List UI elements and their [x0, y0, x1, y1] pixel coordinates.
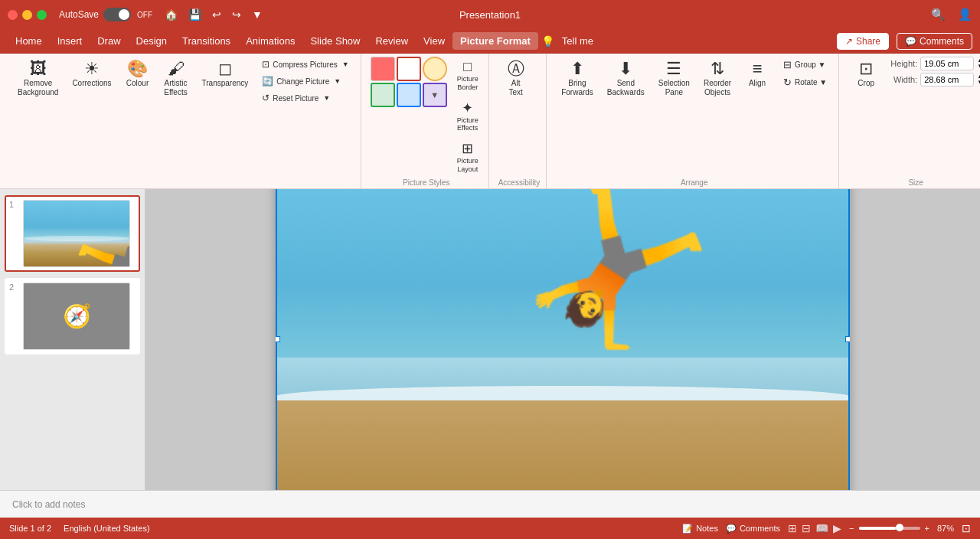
reorder-icon: ⇅: [710, 60, 724, 77]
selection-pane-button[interactable]: ☰ SelectionPane: [653, 57, 695, 101]
width-input[interactable]: [920, 73, 974, 87]
zoom-in-icon[interactable]: +: [925, 524, 929, 533]
bring-fwd-label: BringForwards: [561, 79, 593, 97]
effects-icon: ✦: [462, 101, 473, 115]
account-icon[interactable]: 👤: [958, 8, 972, 21]
notes-button[interactable]: 📝 Notes: [682, 524, 718, 534]
share-button[interactable]: ↗ Share: [837, 33, 889, 50]
more-icon[interactable]: ▼: [252, 8, 263, 21]
picture-effects-button[interactable]: ✦ PictureEffects: [453, 98, 482, 136]
slideshow-icon[interactable]: ▶: [833, 522, 841, 534]
person-jumping: 🤸: [523, 189, 714, 341]
slide-thumb-1[interactable]: 1 🤸: [5, 195, 140, 272]
group-button[interactable]: ⊟ Group ▼: [778, 57, 832, 73]
zoom-slider[interactable]: − +: [849, 524, 929, 533]
fit-to-window-icon[interactable]: ⊡: [962, 522, 971, 534]
artistic-effects-button[interactable]: 🖌 ArtisticEffects: [158, 57, 194, 101]
menu-insert[interactable]: Insert: [50, 32, 90, 50]
menu-picture-format[interactable]: Picture Format: [452, 32, 538, 50]
slide-preview-1: 🤸: [23, 200, 130, 267]
slide-number-1: 1: [9, 200, 18, 209]
picture-border-button[interactable]: □ PictureBorder: [453, 57, 482, 95]
corrections-label: Corrections: [72, 79, 111, 88]
arrange-extra-col: ⊟ Group ▼ ↻ Rotate ▼: [778, 57, 832, 90]
zoom-out-icon[interactable]: −: [849, 524, 854, 533]
autosave-toggle[interactable]: [103, 8, 131, 21]
autosave-area: AutoSave OFF: [59, 8, 152, 21]
colour-button[interactable]: 🎨 Colour: [120, 57, 155, 92]
style-5[interactable]: [397, 83, 421, 107]
menu-design[interactable]: Design: [129, 32, 175, 50]
menu-review[interactable]: Review: [368, 32, 416, 50]
share-icon: ↗: [845, 36, 853, 47]
rotate-button[interactable]: ↻ Rotate ▼: [778, 74, 832, 90]
compress-dropdown-icon: ▼: [342, 60, 349, 68]
statusbar: Slide 1 of 2 English (United States) 📝 N…: [0, 518, 980, 539]
slide-canvas[interactable]: 🤸: [276, 189, 850, 490]
undo-icon[interactable]: ↩: [212, 8, 221, 21]
notes-bar[interactable]: Click to add notes: [0, 490, 980, 518]
menu-animations[interactable]: Animations: [238, 32, 302, 50]
alt-text-label: AltText: [509, 79, 523, 97]
change-pic-icon: 🔄: [262, 76, 273, 87]
lightbulb-icon: 💡: [541, 35, 554, 47]
picture-layout-button[interactable]: ⊞ PictureLayout: [453, 139, 482, 177]
menu-view[interactable]: View: [416, 32, 452, 50]
transparency-button[interactable]: ◻ Transparency: [197, 57, 254, 92]
height-down-icon[interactable]: ▼: [977, 64, 980, 70]
send-back-icon: ⬇: [619, 60, 632, 77]
slide-sorter-icon[interactable]: ⊟: [802, 522, 811, 534]
transparency-icon: ◻: [218, 60, 232, 77]
style-4[interactable]: [371, 83, 395, 107]
height-input[interactable]: [920, 57, 974, 70]
group-icon: ⊟: [783, 59, 792, 70]
slide-thumb-2[interactable]: 2 🧭: [5, 278, 140, 354]
style-3[interactable]: [423, 57, 447, 81]
colour-icon: 🎨: [127, 60, 148, 77]
border-label: PictureBorder: [457, 75, 479, 92]
width-down-icon[interactable]: ▼: [977, 80, 980, 86]
comments-button[interactable]: 💬 Comments: [897, 33, 972, 50]
reorder-objects-button[interactable]: ⇅ ReorderObjects: [698, 57, 737, 101]
style-more[interactable]: ▼: [423, 83, 447, 107]
reset-picture-button[interactable]: ↺ Reset Picture ▼: [256, 90, 354, 106]
minimize-button[interactable]: [22, 10, 32, 20]
size-label: Size: [848, 177, 980, 187]
remove-background-button[interactable]: 🖼 RemoveBackground: [12, 57, 64, 101]
person-1: 🤸: [71, 211, 130, 267]
home-icon[interactable]: 🏠: [165, 8, 178, 21]
menu-draw[interactable]: Draw: [90, 32, 128, 50]
menu-tell-me[interactable]: Tell me: [554, 32, 601, 50]
search-icon[interactable]: 🔍: [931, 8, 946, 21]
bring-forwards-button[interactable]: ⬆ BringForwards: [556, 57, 599, 101]
sand: [276, 400, 850, 490]
style-2[interactable]: [397, 57, 421, 81]
alt-text-tools: Ⓐ AltText: [498, 57, 534, 177]
compress-pictures-button[interactable]: ⊡ Compress Pictures ▼: [256, 57, 354, 72]
menu-home[interactable]: Home: [8, 32, 50, 50]
send-backwards-button[interactable]: ⬇ SendBackwards: [602, 57, 650, 101]
menu-transitions[interactable]: Transitions: [175, 32, 238, 50]
normal-view-icon[interactable]: ⊞: [788, 522, 797, 534]
align-button[interactable]: ≡ Align: [740, 57, 775, 92]
autosave-label: AutoSave: [59, 9, 99, 20]
reorder-label: ReorderObjects: [704, 79, 731, 97]
save-icon[interactable]: 💾: [188, 8, 201, 21]
corrections-button[interactable]: ☀ Corrections: [67, 57, 116, 92]
maximize-button[interactable]: [37, 10, 47, 20]
change-picture-button[interactable]: 🔄 Change Picture ▼: [256, 74, 354, 89]
change-pic-dropdown-icon: ▼: [334, 77, 341, 85]
menu-slideshow[interactable]: Slide Show: [302, 32, 368, 50]
close-button[interactable]: [8, 10, 18, 20]
redo-icon[interactable]: ↪: [232, 8, 241, 21]
statusbar-left: Slide 1 of 2 English (United States): [9, 524, 150, 533]
reading-view-icon[interactable]: 📖: [815, 522, 828, 534]
zoom-thumb[interactable]: [896, 524, 903, 531]
crop-button[interactable]: ⊡ Crop: [848, 57, 884, 92]
style-1[interactable]: [371, 57, 395, 81]
selection-pane-icon: ☰: [666, 60, 681, 77]
comments-status-button[interactable]: 💬 Comments: [726, 524, 780, 534]
arrange-label: Arrange: [556, 177, 832, 187]
alt-text-button[interactable]: Ⓐ AltText: [498, 57, 534, 101]
ribbon-picture-styles-section: ▼ □ PictureBorder ✦ PictureEffects ⊞ Pic…: [364, 54, 489, 188]
